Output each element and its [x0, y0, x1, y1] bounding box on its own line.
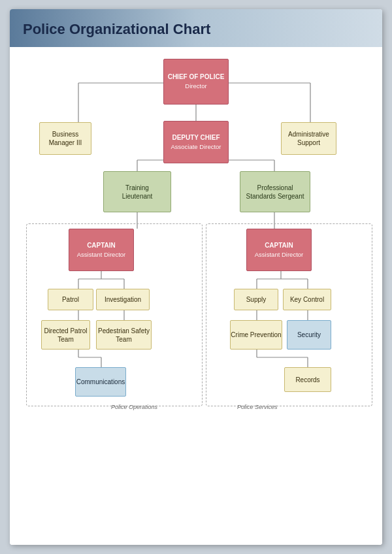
chart-area: Police Operations Police Services CHIEF … [10, 47, 382, 545]
pedestrian-title: Pedestrian Safety Team [97, 327, 151, 344]
crime-prevention-title: Crime Prevention [231, 331, 281, 339]
captain-left-title: CAPTAIN [87, 241, 116, 250]
investigation-box: Investigation [96, 289, 150, 310]
key-control-box: Key Control [283, 289, 331, 310]
captain-left-box: CAPTAIN Assistant Director [69, 229, 134, 271]
supply-title: Supply [246, 295, 267, 304]
supply-box: Supply [234, 289, 278, 310]
chief-box: CHIEF OF POLICE Director [163, 59, 229, 105]
police-operations-label: Police Operations [111, 404, 157, 410]
deputy-sub: Associate Director [171, 143, 221, 151]
business-box: Business Manager III [39, 122, 91, 155]
directed-patrol-box: Directed Patrol Team [41, 320, 90, 350]
captain-right-sub: Assistant Director [255, 251, 303, 259]
pedestrian-box: Pedestrian Safety Team [96, 320, 152, 350]
professional-title: Professional [257, 184, 293, 192]
investigation-title: Investigation [105, 295, 141, 304]
security-box: Security [287, 320, 331, 350]
captain-right-title: CAPTAIN [265, 241, 293, 250]
captain-right-box: CAPTAIN Assistant Director [246, 229, 312, 271]
training-sub: Lieutenant [122, 192, 153, 201]
security-title: Security [297, 331, 321, 339]
crime-prevention-box: Crime Prevention [230, 320, 282, 350]
patrol-title: Patrol [62, 295, 79, 304]
records-title: Records [295, 376, 319, 384]
captain-left-sub: Assistant Director [77, 251, 125, 259]
deputy-box: DEPUTY CHIEF Associate Director [163, 121, 229, 163]
communications-title: Communications [76, 378, 125, 386]
training-title: Training [125, 184, 149, 192]
directed-patrol-title: Directed Patrol Team [42, 327, 90, 344]
training-box: Training Lieutenant [103, 171, 171, 212]
records-box: Records [284, 367, 331, 392]
police-services-label: Police Services [237, 404, 278, 410]
professional-sub: Standards Sergeant [246, 192, 304, 201]
chief-sub: Director [185, 82, 206, 90]
communications-box: Communications [75, 367, 126, 397]
professional-box: Professional Standards Sergeant [240, 171, 310, 212]
page-title: Police Organizational Chart [23, 21, 369, 38]
business-title: Business Manager III [40, 130, 91, 147]
page: Police Organizational Chart [10, 9, 382, 545]
admin-title: Administrative Support [282, 130, 336, 147]
admin-box: Administrative Support [281, 122, 336, 155]
patrol-box: Patrol [48, 289, 93, 310]
chief-title: CHIEF OF POLICE [168, 73, 225, 81]
header: Police Organizational Chart [10, 9, 382, 47]
deputy-title: DEPUTY CHIEF [172, 133, 220, 142]
key-control-title: Key Control [290, 295, 324, 304]
